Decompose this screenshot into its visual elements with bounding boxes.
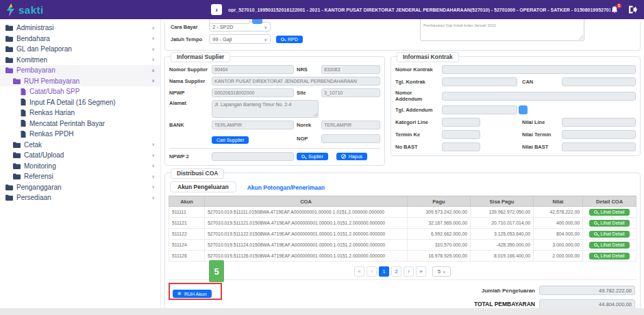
site-field[interactable]: 3_10710: [321, 88, 380, 97]
sidebar-item-renkas-harian[interactable]: Renkas Harian: [0, 108, 160, 118]
suplier-button[interactable]: Suplier: [297, 153, 328, 160]
sidebar-item-gl-dan-pelaporan[interactable]: GL dan Pelaporan∨: [0, 44, 160, 55]
rpd-button[interactable]: RPD: [276, 36, 303, 43]
can-field[interactable]: [562, 77, 636, 86]
brand: sakti: [5, 3, 163, 16]
tab-akun-pengeluaran[interactable]: Akun Pengeluaran: [170, 181, 236, 192]
no-bast-field[interactable]: [442, 142, 480, 151]
sidebar-item-pembayaran[interactable]: Pembayaran∧: [0, 65, 160, 76]
folder-icon: [5, 25, 13, 31]
sakti-logo-icon: [5, 3, 16, 16]
logout-icon[interactable]: [628, 5, 637, 14]
npwp-field[interactable]: 000206318002000: [212, 88, 294, 97]
ruh-akun-button[interactable]: ⊕RUH Akun: [173, 290, 212, 298]
tgl-addendum-field[interactable]: [442, 105, 517, 114]
tgl-kontrak-label: Tgl. Kontrak: [395, 79, 439, 85]
sidebar-item-bendahara[interactable]: Bendahara∨: [0, 34, 160, 45]
sidebar-item-label: Bendahara: [16, 35, 50, 42]
coa-cell: 527010.019.511121.01508WA.4719EAF.A00000…: [205, 218, 408, 229]
header-actions: 1: [610, 5, 637, 14]
sidebar-item-renkas-ppdh[interactable]: Renkas PPDH: [0, 129, 160, 140]
sidebar-item-label: Komitmen: [16, 56, 47, 64]
sidebar-item-cetak[interactable]: Cetak∨: [0, 140, 160, 151]
distribusi-coa-card: Distribusi COA Akun Pengeluaran Akun Pot…: [164, 173, 641, 308]
notifications-button[interactable]: 1: [610, 5, 619, 14]
column-header-pagu: Pagu: [408, 197, 471, 207]
file-icon: [21, 131, 26, 138]
search-icon: [301, 155, 305, 158]
tab-akun-potongan-penerimaan[interactable]: Akun Potongan/Penerimaan: [247, 183, 325, 192]
sidebar-item-ruh-pembayaran[interactable]: RUH Pembayaran∧: [0, 76, 160, 87]
table-row: 511111527010.019.511111.01508WA.4719EAF.…: [169, 207, 636, 218]
sidebar-item-label: Renkas PPDH: [29, 130, 73, 138]
last-page-button[interactable]: »: [416, 266, 426, 277]
nilai-cell: 42.578.222,00: [534, 207, 583, 218]
alamat-textarea[interactable]: Jl. Lapangan Banteng Timur No. 2-4: [212, 100, 319, 118]
bank-field[interactable]: TERLAMPIR: [212, 121, 294, 129]
lihat-detail-button[interactable]: Lihat Detail: [589, 242, 629, 249]
sidebar-item-administrasi[interactable]: Administrasi∨: [0, 23, 160, 34]
sidebar-item-persediaan[interactable]: Persediaan∨: [0, 192, 160, 203]
nilai-termin-field[interactable]: [562, 130, 636, 139]
previous-page-button[interactable]: ‹: [367, 266, 377, 277]
uraian-textarea[interactable]: Pembayaran Gaji Induk bulan Januari 2022: [420, 19, 584, 41]
nilai-cell: 400.000,00: [534, 218, 583, 229]
calendar-button[interactable]: [519, 105, 528, 114]
lihat-detail-button[interactable]: Lihat Detail: [589, 231, 629, 238]
page-button-2[interactable]: 2: [391, 266, 401, 277]
jatuh-tempo-select[interactable]: 99 - Gaji∨: [209, 34, 271, 44]
nama-supplier-field[interactable]: KANTOR PUSAT DIREKTORAT JENDERAL PERBEND…: [212, 77, 380, 86]
cari-supplier-button[interactable]: Cari Supplier: [212, 136, 249, 144]
sidebar-item-monitoring[interactable]: Monitoring∨: [0, 161, 160, 172]
distribusi-coa-title: Distribusi COA: [171, 168, 224, 179]
main-content: Cara Bayar 2 - SP2D∨ Jatuh Tempo 99 - Ga…: [161, 19, 644, 308]
kategori-line-field[interactable]: [442, 118, 480, 127]
kategori-line-label: Kategori Line: [395, 119, 439, 125]
jumlah-pengeluaran-field[interactable]: 49.782.222,00: [539, 286, 635, 295]
akun-cell: 511122: [169, 229, 205, 240]
pagu-cell: 310.570.000,00: [408, 240, 471, 251]
akun-cell: 511126: [169, 251, 205, 262]
folder-icon: [5, 184, 13, 190]
can-label: CAN: [522, 79, 559, 85]
nrs-field[interactable]: 833083: [321, 65, 380, 74]
norek-field[interactable]: TERLAMPIR: [321, 121, 380, 129]
annotation-step-badge: 5: [209, 260, 224, 282]
sidebar-item-komitmen[interactable]: Komitmen∨: [0, 55, 160, 66]
search-icon: [281, 38, 284, 41]
total-pembayaran-field[interactable]: 44.804.000,00: [539, 299, 635, 308]
page-button-1[interactable]: 1: [379, 266, 389, 277]
clipped-calendar-button[interactable]: [252, 19, 262, 24]
npwp2-field[interactable]: [212, 152, 294, 161]
clipped-input[interactable]: [209, 19, 250, 24]
sidebar-item-catat-upload[interactable]: Catat/Upload∨: [0, 150, 160, 161]
first-page-button[interactable]: «: [354, 266, 364, 277]
nomor-addendum-field[interactable]: [442, 92, 636, 101]
hapus-button[interactable]: Hapus: [336, 153, 367, 160]
nilai-line-field[interactable]: [562, 118, 636, 127]
sidebar-item-label: Cetak: [24, 141, 42, 149]
sidebar-toggle-button[interactable]: ›: [211, 4, 222, 15]
tgl-kontrak-field[interactable]: [442, 77, 517, 86]
lihat-detail-button[interactable]: Lihat Detail: [589, 253, 629, 260]
bank-label: BANK: [169, 122, 209, 128]
sidebar-item-penganggaran[interactable]: Penganggaran∨: [0, 182, 160, 193]
akun-cell: 511124: [169, 240, 205, 251]
next-page-button[interactable]: ›: [404, 266, 414, 277]
sidebar-item-mencatat-perintah-bayar[interactable]: Mencatat Perintah Bayar: [0, 118, 160, 129]
sidebar-item-input-fa-detail-16-segmen[interactable]: Input FA Detail (16 Segmen): [0, 97, 160, 108]
folder-icon: [5, 194, 13, 201]
sidebar-item-referensi[interactable]: Referensi∨: [0, 171, 160, 182]
termin-ke-field[interactable]: [442, 130, 480, 139]
nop-field[interactable]: [321, 134, 380, 143]
lihat-detail-button[interactable]: Lihat Detail: [589, 209, 629, 216]
sidebar-item-catat-ubah-spp[interactable]: Catat/Ubah SPP: [0, 86, 160, 97]
per-page-select[interactable]: 5∨: [432, 266, 451, 277]
coa-footer: ⊕RUH Akun 5 Jumlah Pengeluaran 49.782.22…: [169, 279, 636, 308]
nomor-kontrak-field[interactable]: [442, 65, 636, 74]
nilai-bast-field[interactable]: [562, 142, 636, 151]
nomor-supplier-field[interactable]: 90464: [212, 65, 294, 74]
lihat-detail-button[interactable]: Lihat Detail: [589, 220, 629, 227]
app-window: sakti › opr_527010_199503152016122001 - …: [0, 0, 644, 315]
app-header: sakti › opr_527010_199503152016122001 - …: [0, 0, 644, 19]
